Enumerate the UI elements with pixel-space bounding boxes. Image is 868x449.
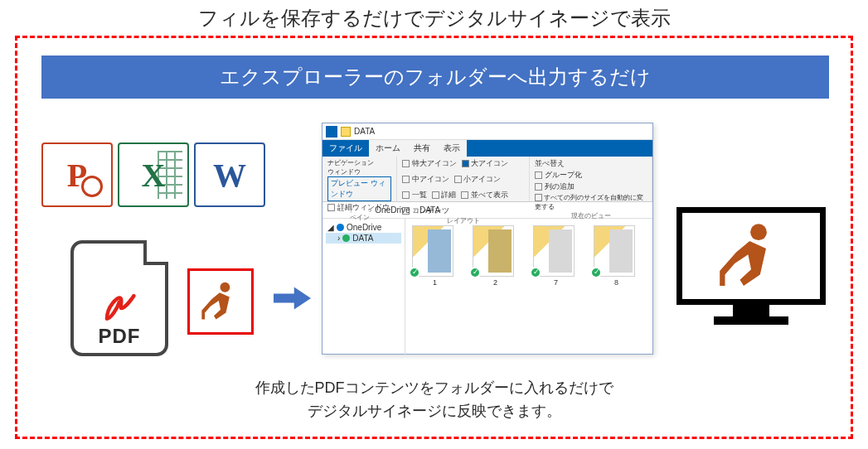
arrow-right-icon <box>274 283 311 313</box>
monitor-frame <box>676 207 826 305</box>
explorer-files: 1 2 7 8 <box>405 219 652 355</box>
powerpoint-icon: P <box>41 142 113 207</box>
office-icons-row: P X W <box>41 142 265 207</box>
breadcrumb-seg-1[interactable]: OneDrive <box>375 205 410 215</box>
nav-back-icon[interactable]: ← <box>326 205 334 215</box>
svg-point-1 <box>750 224 767 240</box>
signage-monitor <box>676 207 826 331</box>
sync-ok-icon <box>469 267 481 278</box>
explorer-title: DATA <box>354 127 375 136</box>
signage-small-icon <box>187 268 254 335</box>
menu-share[interactable]: 共有 <box>407 140 437 157</box>
construction-worker-icon <box>198 279 243 324</box>
adobe-swoosh-icon <box>99 283 140 325</box>
pdf-label: PDF <box>99 325 141 348</box>
ribbon-m-icons[interactable]: 中アイコン <box>402 174 449 185</box>
explorer-tree: ◢ OneDrive › DATA <box>322 219 405 355</box>
ribbon-autosize[interactable]: すべての列のサイズを自動的に変更する <box>535 193 647 211</box>
file-item[interactable]: 8 <box>594 225 639 287</box>
pdf-file-icon: PDF <box>70 240 168 356</box>
description: 作成したPDFコンテンツをフォルダーに入れるだけで デジタルサイネージに反映でき… <box>0 377 868 423</box>
file-item[interactable]: 1 <box>412 225 458 287</box>
word-icon: W <box>194 142 265 207</box>
ribbon-tiles[interactable]: 並べて表示 <box>461 190 508 200</box>
tree-onedrive[interactable]: ◢ OneDrive <box>326 222 401 233</box>
construction-worker-icon <box>714 219 788 293</box>
explorer-menubar: ファイル ホーム 共有 表示 <box>322 140 652 157</box>
ribbon-preview-window[interactable]: プレビュー ウィンドウ <box>327 176 391 201</box>
ribbon-s-icons[interactable]: 小アイコン <box>454 174 502 185</box>
ribbon-l-icons[interactable]: 大アイコン <box>462 158 509 169</box>
menu-view[interactable]: 表示 <box>437 140 467 157</box>
page-title: フィルを保存するだけでデジタルサイネージで表示 <box>0 5 868 31</box>
sync-ok-icon <box>409 267 420 278</box>
explorer-titlebar: DATA <box>322 123 652 140</box>
menu-file[interactable]: ファイル <box>322 140 369 157</box>
sync-ok-icon <box>530 267 541 278</box>
ribbon-list[interactable]: 一覧 <box>402 190 427 200</box>
nav-fwd-icon[interactable]: → <box>337 205 346 215</box>
svg-point-0 <box>220 282 230 292</box>
ribbon-nav[interactable]: ナビゲーション ウィンドウ <box>327 158 391 176</box>
folder-icon <box>356 205 366 215</box>
banner: エクスプローラーのフォルダーへ出力するだけ <box>41 56 829 99</box>
ribbon-detail[interactable]: 詳細 <box>432 190 457 200</box>
ribbon-sort[interactable]: 並べ替え <box>535 158 647 169</box>
explorer-app-icon <box>326 126 337 138</box>
explorer-ribbon: ナビゲーション ウィンドウ プレビュー ウィンドウ 詳細ウィンドウ ペイン 特大… <box>322 157 652 202</box>
folder-icon <box>341 127 351 137</box>
file-item[interactable]: 2 <box>473 225 518 287</box>
file-item[interactable]: 7 <box>533 225 579 287</box>
sync-ok-icon <box>590 267 602 278</box>
tree-data-folder[interactable]: › DATA <box>326 233 401 244</box>
ribbon-xl-icons[interactable]: 特大アイコン <box>402 158 457 169</box>
ribbon-addcol[interactable]: 列の追加 <box>535 181 647 192</box>
menu-home[interactable]: ホーム <box>369 140 407 157</box>
excel-icon: X <box>118 142 189 207</box>
explorer-window: DATA ファイル ホーム 共有 表示 ナビゲーション ウィンドウ プレビュー … <box>322 123 653 355</box>
ribbon-group[interactable]: グループ化 <box>535 170 647 181</box>
breadcrumb-seg-2[interactable]: DATA <box>419 205 440 215</box>
nav-up-icon[interactable]: ↑ <box>349 205 353 215</box>
